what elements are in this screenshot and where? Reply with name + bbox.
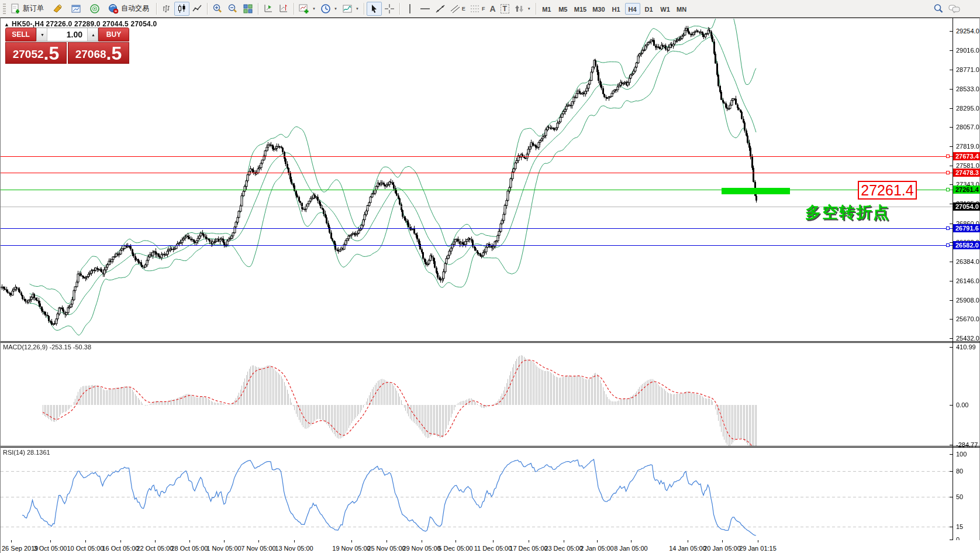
volume-increase-button[interactable]: ▲: [87, 28, 98, 41]
text-label-icon: T: [501, 4, 509, 13]
horizontal-line-tool-button[interactable]: [417, 2, 433, 16]
sell-price-panel[interactable]: 27052.5: [5, 42, 67, 64]
fibonacci-tool-button[interactable]: F: [468, 2, 488, 16]
search-icon: [933, 4, 944, 14]
timeframe-h4[interactable]: H4: [625, 3, 640, 15]
time-axis-tick: [351, 540, 352, 542]
pane-splitter-rsi[interactable]: [1, 446, 980, 446]
zoom-in-icon: [212, 4, 223, 14]
price-axis-tick: 25908.0: [956, 296, 979, 304]
candlestick-chart-button[interactable]: [174, 2, 189, 16]
chart-shift-button[interactable]: [276, 2, 291, 16]
channel-icon: [450, 4, 460, 14]
hline-handle[interactable]: [946, 188, 950, 191]
price-axis-tick: 29254.0: [956, 27, 979, 35]
templates-dropdown-icon[interactable]: ▼: [356, 7, 359, 11]
periods-dropdown-icon[interactable]: ▼: [334, 7, 337, 11]
time-axis-tick: [258, 540, 259, 542]
time-axis-label: 19 Nov 05:00: [332, 545, 370, 552]
tile-windows-icon: [243, 4, 253, 14]
pane-splitter-rsi-2[interactable]: [1, 447, 980, 448]
hline-handle[interactable]: [946, 171, 950, 174]
time-axis-label: 23 Dec 05:00: [544, 545, 582, 552]
price-axis-tick: 26146.0: [956, 277, 979, 285]
new-order-icon: [10, 4, 20, 14]
price-alert-label[interactable]: 27261.4: [858, 181, 917, 200]
signal-button[interactable]: [87, 2, 102, 16]
text-label-tool-button[interactable]: T: [498, 2, 512, 16]
buy-button[interactable]: BUY: [98, 28, 129, 42]
timeframe-w1[interactable]: W1: [658, 3, 673, 15]
templates-button[interactable]: ▼: [340, 2, 361, 16]
timeframe-m1[interactable]: M1: [539, 3, 554, 15]
vertical-line-tool-button[interactable]: [402, 2, 417, 16]
time-axis-label: 20 Jan 05:00: [703, 545, 741, 552]
trendline-tool-button[interactable]: [433, 2, 448, 16]
time-axis-tick: [50, 540, 51, 542]
zoom-out-button[interactable]: [225, 2, 240, 16]
sell-price-fraction: .5: [44, 44, 60, 62]
arrows-tool-button[interactable]: ▼: [512, 2, 533, 16]
rsi-axis-tick: 100: [956, 450, 967, 458]
new-order-button[interactable]: 新订单: [8, 2, 46, 16]
chat-button[interactable]: [946, 2, 962, 16]
price-level-tag: 27478.3: [953, 169, 980, 177]
buy-price-panel[interactable]: 27068.5: [68, 42, 129, 64]
time-axis-tick: [155, 540, 156, 542]
equidistant-channel-tool-button[interactable]: E: [448, 2, 468, 16]
text-tool-button[interactable]: A: [487, 2, 498, 16]
bar-chart-button[interactable]: [159, 2, 174, 16]
timeframe-h1[interactable]: H1: [609, 3, 624, 15]
autotrading-button[interactable]: 自动交易: [106, 2, 151, 16]
volume-decrease-button[interactable]: ▼: [36, 28, 47, 41]
time-axis-tick: [85, 540, 86, 542]
tile-windows-button[interactable]: [240, 2, 256, 16]
volume-value[interactable]: 1.00: [47, 28, 87, 41]
cursor-icon: [369, 4, 379, 14]
fibonacci-icon: [470, 4, 479, 14]
macd-label: MACD(12,26,9) -253.15 -50.38: [3, 344, 91, 351]
line-chart-button[interactable]: [189, 2, 205, 16]
time-axis-label: 11 Dec 05:00: [474, 545, 512, 552]
auto-scroll-icon: [263, 4, 274, 14]
arrows-dropdown-icon[interactable]: ▼: [527, 7, 531, 11]
hline-handle[interactable]: [946, 243, 950, 247]
zoom-in-button[interactable]: [210, 2, 225, 16]
indicators-button[interactable]: ▼: [296, 2, 318, 16]
text-tool-icon: A: [489, 4, 495, 13]
time-axis[interactable]: 26 Sep 20193 Oct 05:0010 Oct 05:0016 Oct…: [1, 540, 980, 553]
price-axis-border: [953, 18, 953, 540]
chart-window-icon: [71, 4, 81, 14]
price-axis-tick: 28295.0: [956, 104, 979, 112]
separator: [364, 3, 364, 15]
search-button[interactable]: [931, 2, 946, 16]
timeframe-d1[interactable]: D1: [641, 3, 657, 15]
timeframe-mn[interactable]: MN: [674, 3, 689, 15]
time-axis-label: 14 Jan 05:00: [669, 545, 706, 552]
price-level-tag: 27261.4: [953, 186, 980, 194]
hline-handle[interactable]: [946, 226, 950, 230]
chart-canvas[interactable]: [1, 18, 953, 540]
pivot-point-note[interactable]: 多空转折点: [805, 202, 890, 223]
trendline-icon: [435, 4, 446, 14]
periods-button[interactable]: ▼: [318, 2, 340, 16]
sell-button[interactable]: SELL: [5, 28, 36, 42]
auto-scroll-button[interactable]: [261, 2, 276, 16]
time-axis-label: 16 Oct 05:00: [102, 545, 139, 552]
indicators-dropdown-icon[interactable]: ▼: [312, 7, 316, 11]
chart-window-button[interactable]: [68, 2, 84, 16]
price-axis-tick: 27819.0: [956, 142, 979, 150]
hline-handle[interactable]: [946, 154, 950, 158]
timeframe-m15[interactable]: M15: [572, 3, 589, 15]
pane-splitter-macd[interactable]: [1, 341, 980, 342]
time-axis-tick: [564, 540, 564, 542]
timeframe-m5[interactable]: M5: [555, 3, 571, 15]
pane-splitter-macd-2[interactable]: [1, 342, 980, 343]
toolbar-grip[interactable]: [3, 4, 6, 14]
cursor-tool-button[interactable]: [367, 2, 382, 16]
timeframe-m30[interactable]: M30: [590, 3, 607, 15]
market-watch-button[interactable]: [50, 2, 65, 16]
timeframe-group: M1M5M15M30H1H4D1W1MN: [539, 3, 690, 15]
time-axis-label: 28 Oct 05:00: [171, 545, 208, 552]
crosshair-tool-button[interactable]: [382, 2, 397, 16]
